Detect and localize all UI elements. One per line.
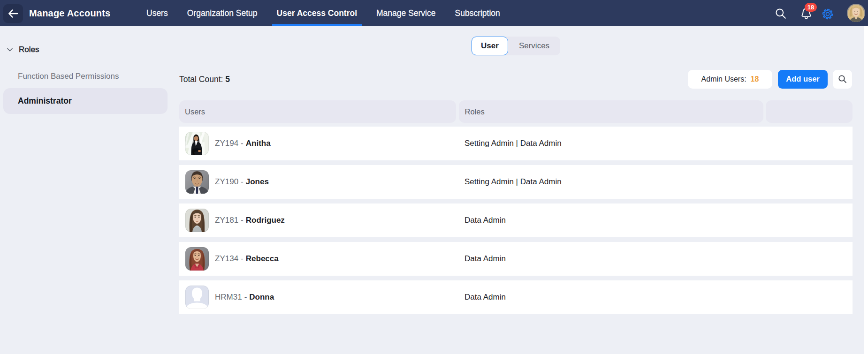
id-name-separator: - xyxy=(244,293,247,302)
nav-item-user-access-control[interactable]: User Access Control xyxy=(277,0,358,26)
sidebar-group-roles[interactable]: Roles xyxy=(7,45,39,54)
profile-avatar-image xyxy=(847,4,865,22)
search-icon xyxy=(838,75,847,83)
notification-badge: 18 xyxy=(805,3,817,12)
avatar-image xyxy=(185,209,209,232)
top-nav: UsersOrganization SetupUser Access Contr… xyxy=(146,0,500,26)
user-id: ZY190 xyxy=(215,177,238,187)
user-avatar-man-grey-suit xyxy=(185,170,209,194)
column-header-actions xyxy=(766,100,853,123)
table-search-button[interactable] xyxy=(833,70,852,89)
main-content: User Services Total Count: 5 Admin Users… xyxy=(178,26,868,354)
id-name-separator: - xyxy=(241,254,244,264)
admin-users-pill: Admin Users: 18 xyxy=(688,70,772,89)
table-row[interactable]: ZY134-RebeccaData Admin xyxy=(179,242,853,276)
avatar-image xyxy=(185,132,209,155)
sidebar-item-administrator[interactable]: Administrator xyxy=(3,88,168,114)
table-row[interactable]: ZY194-AnithaSetting Admin | Data Admin xyxy=(179,127,853,160)
user-id: HRM31 xyxy=(215,293,242,302)
user-roles: Data Admin xyxy=(464,280,506,314)
toggle-services[interactable]: Services xyxy=(508,37,560,55)
table-row[interactable]: ZY190-JonesSetting Admin | Data Admin xyxy=(179,165,853,199)
id-name-separator: - xyxy=(241,177,244,187)
settings-button[interactable] xyxy=(822,8,833,21)
global-search-button[interactable] xyxy=(775,8,786,21)
column-header-users: Users xyxy=(179,100,456,123)
avatar-image xyxy=(185,247,209,271)
user-roles: Setting Admin | Data Admin xyxy=(464,127,562,160)
toggle-user[interactable]: User xyxy=(472,37,508,55)
column-header-roles: Roles xyxy=(459,100,763,123)
id-name-separator: - xyxy=(241,216,244,225)
nav-item-manage-service[interactable]: Manage Service xyxy=(376,0,435,26)
total-count: Total Count: 5 xyxy=(179,75,230,84)
user-roles: Data Admin xyxy=(464,242,506,276)
profile-avatar[interactable] xyxy=(847,4,865,22)
total-count-value: 5 xyxy=(225,75,230,84)
back-arrow-icon xyxy=(8,9,18,18)
user-name: Donna xyxy=(249,293,274,302)
sidebar-group-label: Roles xyxy=(19,45,39,54)
back-button[interactable] xyxy=(3,4,23,23)
search-icon xyxy=(775,8,786,19)
sidebar-item-function-based-permissions[interactable]: Function Based Permissions xyxy=(18,72,119,81)
page-title: Manage Accounts xyxy=(29,0,110,26)
user-roles: Data Admin xyxy=(464,203,506,237)
top-bar: Manage Accounts UsersOrganization SetupU… xyxy=(0,0,868,26)
nav-item-organization-setup[interactable]: Organization Setup xyxy=(187,0,258,26)
user-avatar-woman-brown-hair xyxy=(185,209,209,232)
nav-item-subscription[interactable]: Subscription xyxy=(455,0,500,26)
nav-item-users[interactable]: Users xyxy=(146,0,168,26)
user-avatar-woman-black-suit xyxy=(185,132,209,155)
user-id: ZY194 xyxy=(215,139,238,148)
total-count-label: Total Count: xyxy=(179,75,223,84)
sidebar: Roles Function Based Permissions Adminis… xyxy=(0,26,178,354)
add-user-button[interactable]: Add user xyxy=(778,70,828,89)
user-roles: Setting Admin | Data Admin xyxy=(464,165,562,199)
user-id: ZY181 xyxy=(215,216,238,225)
user-services-toggle: User Services xyxy=(472,37,560,55)
user-name: Rebecca xyxy=(246,254,279,264)
user-name: Anitha xyxy=(246,139,271,148)
scrollbar-track[interactable] xyxy=(864,26,868,354)
user-avatar-woman-red-top xyxy=(185,247,209,271)
user-name: Jones xyxy=(246,177,269,187)
user-name: Rodriguez xyxy=(246,216,285,225)
admin-users-count: 18 xyxy=(751,75,759,83)
chevron-down-icon xyxy=(7,48,13,52)
id-name-separator: - xyxy=(241,139,244,148)
avatar-image xyxy=(185,286,209,309)
gear-icon xyxy=(822,8,833,20)
table-row[interactable]: ZY181-RodriguezData Admin xyxy=(179,203,853,237)
table-row[interactable]: HRM31-DonnaData Admin xyxy=(179,280,853,314)
user-id: ZY134 xyxy=(215,254,238,264)
user-avatar-placeholder xyxy=(185,286,209,309)
avatar-image xyxy=(185,170,209,194)
